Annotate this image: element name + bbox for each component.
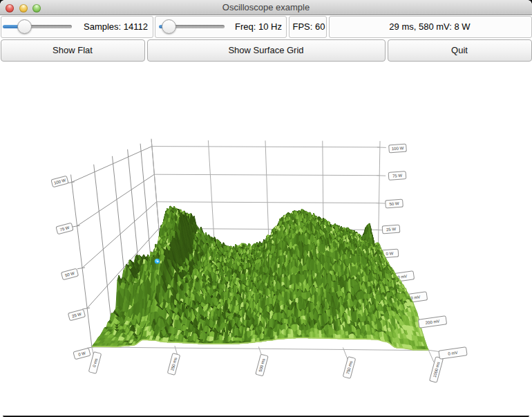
svg-text:25 W: 25 W [386, 227, 397, 232]
svg-text:0 W: 0 W [386, 251, 393, 256]
svg-text:50 W: 50 W [389, 201, 399, 206]
svg-text:75 W: 75 W [392, 174, 403, 178]
svg-text:100 W: 100 W [392, 146, 404, 151]
